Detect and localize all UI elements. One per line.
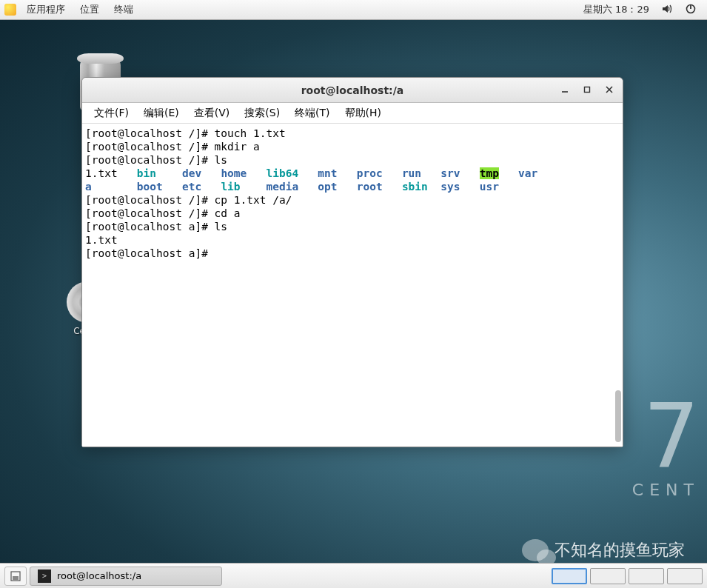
window-menubar: 文件(F) 编辑(E) 查看(V) 搜索(S) 终端(T) 帮助(H) <box>82 103 623 124</box>
clock[interactable]: 星期六 18：29 <box>577 1 655 19</box>
menu-places[interactable]: 位置 <box>73 1 107 19</box>
terminal-body[interactable]: [root@localhost /]# touch 1.txt [root@lo… <box>82 124 623 447</box>
activities-logo-icon <box>4 4 16 16</box>
wechat-watermark: 不知名的摸鱼玩家 <box>522 539 685 561</box>
terminal-scrollbar[interactable] <box>615 390 621 442</box>
window-title: root@localhost:/a <box>301 84 404 96</box>
svg-rect-7 <box>13 576 19 580</box>
menu-terminal[interactable]: 终端 <box>107 1 141 19</box>
maximize-button[interactable] <box>577 81 597 98</box>
window-titlebar[interactable]: root@localhost:/a <box>82 78 623 103</box>
taskbar-item-terminal[interactable]: root@localhost:/a <box>30 567 222 586</box>
workspace-2[interactable] <box>590 568 626 584</box>
menu-view[interactable]: 查看(V) <box>187 104 238 122</box>
menu-edit[interactable]: 编辑(E) <box>136 104 187 122</box>
terminal-icon <box>38 569 51 583</box>
workspace-1[interactable] <box>552 568 587 584</box>
minimize-button[interactable] <box>554 81 575 98</box>
workspace-3[interactable] <box>629 568 664 584</box>
svg-rect-3 <box>585 87 590 93</box>
power-icon[interactable] <box>679 1 703 19</box>
menu-help[interactable]: 帮助(H) <box>338 104 389 122</box>
menu-search[interactable]: 搜索(S) <box>237 104 287 122</box>
centos-watermark: 7 CENT <box>632 392 700 499</box>
show-desktop-button[interactable] <box>4 567 27 586</box>
volume-icon[interactable] <box>655 1 679 19</box>
close-button[interactable] <box>599 81 620 98</box>
workspace-4[interactable] <box>667 568 703 584</box>
workspace-switcher <box>552 568 703 584</box>
menu-applications[interactable]: 应用程序 <box>19 1 73 19</box>
wechat-icon <box>522 539 549 561</box>
menu-file[interactable]: 文件(F) <box>87 104 136 122</box>
top-panel: 应用程序 位置 终端 星期六 18：29 <box>0 0 707 20</box>
taskbar-item-label: root@localhost:/a <box>57 570 141 581</box>
bottom-panel: root@localhost:/a <box>0 563 707 588</box>
terminal-window: root@localhost:/a 文件(F) 编辑(E) 查看(V) 搜索(S… <box>81 77 623 447</box>
menu-terminal[interactable]: 终端(T) <box>287 104 337 122</box>
